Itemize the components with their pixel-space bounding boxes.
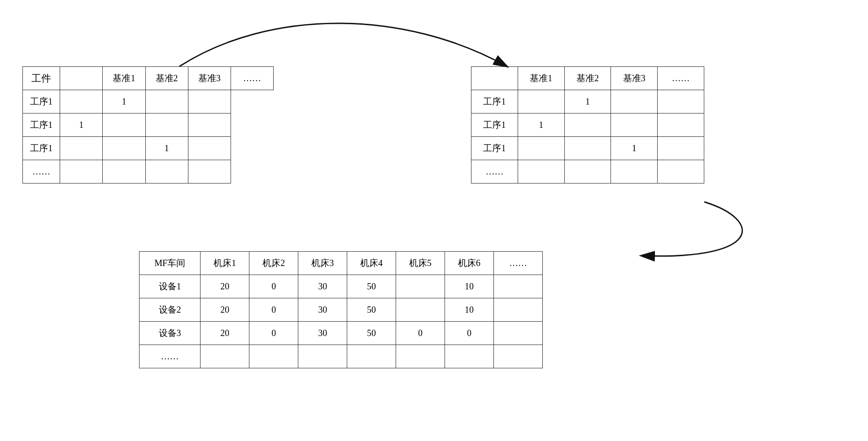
right-r4-c5 <box>658 160 704 183</box>
right-header-col4: 基准3 <box>611 67 658 90</box>
right-row-2: 工序1 1 <box>471 114 704 137</box>
left-r2-c5 <box>188 114 231 137</box>
right-r4-c2 <box>518 160 564 183</box>
bottom-r1-c6 <box>396 275 445 298</box>
right-r2-c3 <box>564 114 611 137</box>
right-row-1: 工序1 1 <box>471 90 704 114</box>
bottom-header-col5: 机床4 <box>347 252 396 275</box>
left-r3-c1: 工序1 <box>23 137 60 160</box>
left-row-3: 工序1 1 <box>23 137 274 160</box>
bottom-r4-c1: …… <box>140 345 201 368</box>
left-r2-c2: 1 <box>60 114 103 137</box>
bottom-header-col8: …… <box>494 252 543 275</box>
left-r1-c4 <box>145 90 188 114</box>
right-arrow <box>641 202 742 256</box>
right-r4-c1: …… <box>471 160 518 183</box>
right-r3-c2 <box>518 137 564 160</box>
left-r2-c3 <box>103 114 145 137</box>
bottom-row-2: 设备2 20 0 30 50 10 <box>140 298 543 322</box>
right-r1-c1: 工序1 <box>471 90 518 114</box>
bottom-r4-c7 <box>445 345 494 368</box>
left-r2-c4 <box>145 114 188 137</box>
left-r1-c5 <box>188 90 231 114</box>
right-header-col3: 基准2 <box>564 67 611 90</box>
bottom-header-col1: MF车间 <box>140 252 201 275</box>
right-r2-c4 <box>611 114 658 137</box>
right-r1-c4 <box>611 90 658 114</box>
bottom-header-col3: 机床2 <box>249 252 298 275</box>
bottom-r3-c1: 设备3 <box>140 322 201 345</box>
bottom-r2-c6 <box>396 298 445 322</box>
bottom-header-col7: 机床6 <box>445 252 494 275</box>
right-r1-c2 <box>518 90 564 114</box>
right-r1-c3: 1 <box>564 90 611 114</box>
bottom-r3-c2: 20 <box>201 322 249 345</box>
left-r3-c4: 1 <box>145 137 188 160</box>
bottom-header-col2: 机床1 <box>201 252 249 275</box>
left-r1-c3: 1 <box>103 90 145 114</box>
right-r1-c5 <box>658 90 704 114</box>
bottom-r1-c2: 20 <box>201 275 249 298</box>
left-r1-c1: 工序1 <box>23 90 60 114</box>
bottom-r3-c6: 0 <box>396 322 445 345</box>
bottom-r2-c7: 10 <box>445 298 494 322</box>
bottom-r4-c4 <box>298 345 347 368</box>
right-row-3: 工序1 1 <box>471 137 704 160</box>
bottom-r4-c8 <box>494 345 543 368</box>
bottom-header-col6: 机床5 <box>396 252 445 275</box>
left-r1-c2 <box>60 90 103 114</box>
bottom-r3-c7: 0 <box>445 322 494 345</box>
bottom-r2-c8 <box>494 298 543 322</box>
right-r2-c2: 1 <box>518 114 564 137</box>
left-r3-c3 <box>103 137 145 160</box>
right-r4-c4 <box>611 160 658 183</box>
bottom-r3-c8 <box>494 322 543 345</box>
left-header-col4: 基准2 <box>145 67 188 90</box>
left-header-col3: 基准1 <box>103 67 145 90</box>
left-table: 工件 基准1 基准2 基准3 …… 工序1 1 工序1 1 <box>22 66 274 183</box>
right-r3-c5 <box>658 137 704 160</box>
right-r3-c4: 1 <box>611 137 658 160</box>
left-r4-c4 <box>145 160 188 183</box>
right-header-col1 <box>471 67 518 90</box>
left-r3-c5 <box>188 137 231 160</box>
left-r2-c1: 工序1 <box>23 114 60 137</box>
bottom-r2-c4: 30 <box>298 298 347 322</box>
bottom-r1-c3: 0 <box>249 275 298 298</box>
left-r4-c3 <box>103 160 145 183</box>
left-row-2: 工序1 1 <box>23 114 274 137</box>
main-container: 工件 基准1 基准2 基准3 …… 工序1 1 工序1 1 <box>0 0 868 441</box>
bottom-r2-c2: 20 <box>201 298 249 322</box>
right-r3-c1: 工序1 <box>471 137 518 160</box>
right-r3-c3 <box>564 137 611 160</box>
right-row-4: …… <box>471 160 704 183</box>
left-row-4: …… <box>23 160 274 183</box>
left-r4-c5 <box>188 160 231 183</box>
bottom-r4-c3 <box>249 345 298 368</box>
bottom-row-3: 设备3 20 0 30 50 0 0 <box>140 322 543 345</box>
bottom-r3-c4: 30 <box>298 322 347 345</box>
left-header-col5: 基准3 <box>188 67 231 90</box>
bottom-r4-c5 <box>347 345 396 368</box>
right-header-col2: 基准1 <box>518 67 564 90</box>
bottom-row-4: …… <box>140 345 543 368</box>
workpiece-merged-cell: 工件 <box>23 67 60 90</box>
bottom-table: MF车间 机床1 机床2 机床3 机床4 机床5 机床6 …… 设备1 20 0… <box>139 251 543 368</box>
left-header-col2 <box>60 67 103 90</box>
bottom-r3-c3: 0 <box>249 322 298 345</box>
left-r4-c2 <box>60 160 103 183</box>
left-header-col6: …… <box>231 67 273 90</box>
bottom-header-col4: 机床3 <box>298 252 347 275</box>
bottom-r1-c8 <box>494 275 543 298</box>
bottom-r4-c6 <box>396 345 445 368</box>
left-r3-c2 <box>60 137 103 160</box>
bottom-r2-c3: 0 <box>249 298 298 322</box>
bottom-r1-c1: 设备1 <box>140 275 201 298</box>
right-table: 基准1 基准2 基准3 …… 工序1 1 工序1 1 工序1 <box>471 66 704 183</box>
left-r4-c1: …… <box>23 160 60 183</box>
top-arrow <box>179 23 507 66</box>
bottom-r1-c5: 50 <box>347 275 396 298</box>
right-r2-c1: 工序1 <box>471 114 518 137</box>
bottom-r2-c5: 50 <box>347 298 396 322</box>
left-row-1: 工序1 1 <box>23 90 274 114</box>
